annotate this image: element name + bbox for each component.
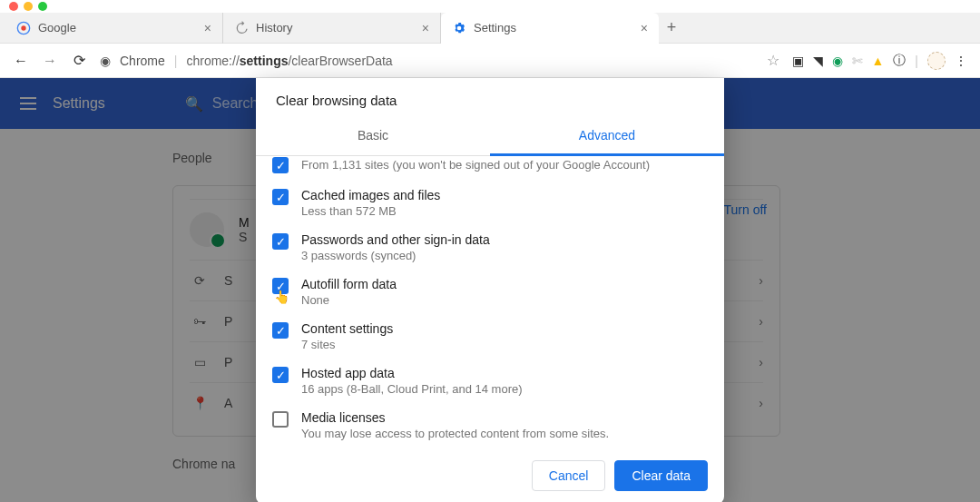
- cancel-button[interactable]: Cancel: [532, 460, 606, 491]
- dialog-title: Clear browsing data: [256, 78, 724, 117]
- mac-minimize-button[interactable]: [24, 2, 33, 11]
- tab-basic[interactable]: Basic: [256, 117, 490, 155]
- option-passwords: ✓Passwords and other sign-in data3 passw…: [265, 225, 715, 270]
- extension-icon[interactable]: ◥: [813, 54, 823, 68]
- dialog-body: ✓Cookies and other site dataFrom 1,131 s…: [256, 156, 724, 451]
- history-icon: [234, 21, 249, 35]
- reload-button[interactable]: ⟳: [71, 52, 87, 69]
- checkbox-cache[interactable]: ✓: [272, 189, 289, 205]
- extension-icon[interactable]: ◉: [832, 54, 843, 68]
- tab-label: History: [256, 21, 292, 34]
- option-subtitle: 3 passwords (synced): [301, 249, 490, 262]
- tab-label: Google: [38, 21, 76, 34]
- close-icon[interactable]: ×: [422, 21, 429, 35]
- dialog-tabs: Basic Advanced: [256, 117, 724, 156]
- clear-browsing-data-dialog: Clear browsing data Basic Advanced ✓Cook…: [256, 78, 724, 502]
- tab-history[interactable]: History ×: [223, 13, 441, 44]
- bookmark-star-icon[interactable]: ☆: [767, 52, 779, 69]
- option-subtitle: None: [301, 293, 397, 307]
- chrome-icon: ◉: [100, 54, 111, 68]
- dialog-actions: Cancel Clear data: [256, 451, 724, 502]
- tab-advanced[interactable]: Advanced: [490, 117, 724, 156]
- option-autofill: ✓👆Autofill form dataNone: [265, 270, 715, 314]
- extension-icons: ▣ ◥ ◉ ✄ ▲ ⓘ | ⋮: [792, 52, 968, 70]
- browser-menu-icon[interactable]: ⋮: [955, 54, 967, 68]
- gear-icon: [452, 21, 466, 35]
- extension-icon[interactable]: ⓘ: [893, 53, 906, 69]
- checkbox-cookies[interactable]: ✓: [272, 157, 289, 173]
- option-content: ✓Content settings7 sites: [265, 314, 715, 359]
- option-title: Content settings: [301, 321, 393, 336]
- checkbox-passwords[interactable]: ✓: [272, 233, 289, 250]
- new-tab-button[interactable]: +: [659, 18, 684, 37]
- cursor-icon: 👆: [274, 290, 289, 304]
- option-hosted: ✓Hosted app data16 apps (8-Ball, Cloud P…: [265, 359, 715, 403]
- toolbar: ← → ⟳ ◉ Chrome | chrome://settings/clear…: [0, 44, 980, 78]
- option-media: Media licensesYou may lose access to pro…: [265, 403, 715, 448]
- option-subtitle: Less than 572 MB: [301, 204, 440, 218]
- close-icon[interactable]: ×: [641, 21, 648, 35]
- option-title: Cached images and files: [301, 188, 440, 202]
- mac-close-button[interactable]: [9, 2, 18, 11]
- close-icon[interactable]: ×: [204, 21, 211, 35]
- option-subtitle: From 1,131 sites (you won't be signed ou…: [301, 158, 650, 172]
- clear-data-button[interactable]: Clear data: [614, 460, 708, 491]
- option-subtitle: 7 sites: [301, 338, 393, 351]
- option-title: Passwords and other sign-in data: [301, 232, 490, 247]
- cast-icon[interactable]: ▣: [792, 54, 804, 68]
- mac-window-controls: [0, 0, 980, 13]
- option-subtitle: 16 apps (8-Ball, Cloud Print, and 14 mor…: [301, 382, 523, 396]
- svg-point-1: [21, 25, 25, 30]
- option-title: Hosted app data: [301, 366, 523, 380]
- tab-google[interactable]: Google ×: [5, 13, 223, 44]
- checkbox-media[interactable]: [272, 411, 289, 428]
- omnibox-origin: Chrome: [120, 54, 165, 68]
- extension-icon[interactable]: ✄: [852, 54, 863, 68]
- forward-button[interactable]: →: [42, 53, 58, 69]
- back-button[interactable]: ←: [13, 53, 29, 69]
- option-cache: ✓Cached images and filesLess than 572 MB: [265, 181, 715, 225]
- tab-strip: Google × History × Settings × +: [0, 13, 980, 44]
- omnibox-url: chrome://settings/clearBrowserData: [186, 54, 392, 68]
- tab-settings[interactable]: Settings ×: [441, 13, 659, 44]
- option-title: Media licenses: [301, 410, 609, 425]
- option-subtitle: You may lose access to protected content…: [301, 427, 609, 440]
- option-title: Autofill form data: [301, 277, 397, 291]
- mac-zoom-button[interactable]: [38, 2, 47, 11]
- option-cookies: ✓Cookies and other site dataFrom 1,131 s…: [265, 156, 715, 181]
- checkbox-hosted[interactable]: ✓: [272, 367, 289, 383]
- google-favicon-icon: [16, 21, 31, 35]
- extension-icon[interactable]: ▲: [872, 54, 885, 68]
- tab-label: Settings: [474, 21, 516, 34]
- profile-avatar[interactable]: [927, 52, 946, 70]
- omnibox[interactable]: ◉ Chrome | chrome://settings/clearBrowse…: [100, 54, 754, 68]
- checkbox-content[interactable]: ✓: [272, 322, 289, 339]
